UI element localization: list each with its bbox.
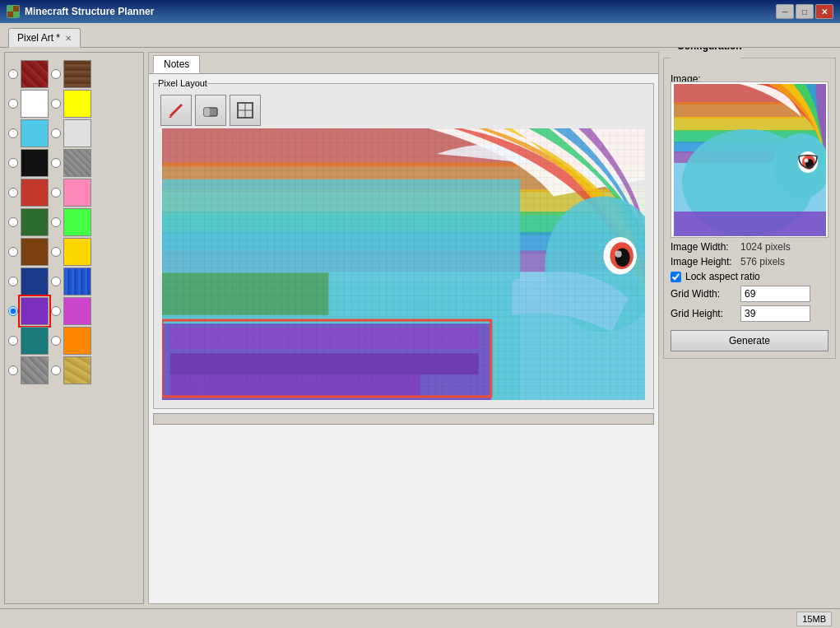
palette-row-6 xyxy=(5,207,143,237)
grid-height-row: Grid Height: xyxy=(671,305,828,322)
swatch-gold[interactable] xyxy=(63,238,91,266)
svg-rect-30 xyxy=(162,128,645,400)
palette-radio-brown-wood[interactable] xyxy=(51,69,61,79)
svg-rect-7 xyxy=(204,108,210,116)
minimize-button[interactable]: ─ xyxy=(776,4,794,19)
image-height-label: Image Height: xyxy=(671,256,736,267)
image-preview-svg xyxy=(674,84,826,236)
swatch-orange[interactable] xyxy=(63,327,91,355)
image-width-value: 1024 pixels xyxy=(740,241,791,253)
svg-rect-3 xyxy=(13,12,19,17)
horizontal-scrollbar[interactable] xyxy=(153,413,654,425)
palette-radio-stone-gray[interactable] xyxy=(51,158,61,168)
palette-radio-red[interactable] xyxy=(8,188,18,198)
grid-height-label: Grid Height: xyxy=(671,308,736,319)
swatch-black[interactable] xyxy=(21,149,49,177)
grid-width-row: Grid Width: xyxy=(671,286,828,302)
palette-radio-red-brick[interactable] xyxy=(8,69,18,79)
pencil-tool-button[interactable] xyxy=(160,95,192,126)
grid-width-label: Grid Width: xyxy=(671,288,736,300)
palette-row-10 xyxy=(5,326,143,356)
palette-row-1 xyxy=(5,59,143,89)
center-panel: Notes Pixel Layout xyxy=(148,52,659,604)
palette-row-7 xyxy=(5,237,143,267)
toolbar xyxy=(158,92,649,128)
image-height-row: Image Height: 576 pixels xyxy=(671,256,828,267)
close-button[interactable]: ✕ xyxy=(815,4,833,19)
titlebar-controls[interactable]: ─ □ ✕ xyxy=(776,4,833,19)
palette-radio-orange[interactable] xyxy=(51,336,61,346)
palette-radio-teal[interactable] xyxy=(8,336,18,346)
swatch-lime[interactable] xyxy=(63,208,91,236)
swatch-brown[interactable] xyxy=(21,238,49,266)
lock-aspect-checkbox[interactable] xyxy=(671,272,681,282)
generate-button[interactable]: Generate xyxy=(671,330,828,351)
swatch-light-blue[interactable] xyxy=(21,119,49,147)
palette-radio-brown[interactable] xyxy=(8,247,18,257)
image-preview-box xyxy=(671,81,828,238)
palette-radio-gold[interactable] xyxy=(51,247,61,257)
swatch-teal[interactable] xyxy=(21,327,49,355)
palette-radio-light-blue[interactable] xyxy=(8,128,18,138)
palette-radio-lime[interactable] xyxy=(51,217,61,227)
tab-notes[interactable]: Notes xyxy=(153,55,200,73)
tab-label: Pixel Art * xyxy=(17,32,60,44)
tab-close-icon[interactable]: ✕ xyxy=(65,34,72,43)
statusbar: 15MB xyxy=(0,608,840,628)
swatch-purple[interactable] xyxy=(21,297,49,325)
titlebar-left: Minecraft Structure Planner xyxy=(7,5,154,18)
palette-row-2 xyxy=(5,89,143,119)
restore-button[interactable]: □ xyxy=(796,4,814,19)
tab-pixel-art[interactable]: Pixel Art * ✕ xyxy=(8,28,81,48)
swatch-magenta[interactable] xyxy=(63,297,91,325)
svg-rect-2 xyxy=(7,12,13,17)
swatch-dark-blue[interactable] xyxy=(21,267,49,295)
select-tool-button[interactable] xyxy=(230,95,261,126)
palette-radio-light-gray[interactable] xyxy=(51,128,61,138)
palette-radio-blue[interactable] xyxy=(51,277,61,286)
swatch-light-gray[interactable] xyxy=(63,119,91,147)
image-width-label: Image Width: xyxy=(671,241,736,253)
palette-radio-gray-stone2[interactable] xyxy=(8,365,18,375)
window-title: Minecraft Structure Planner xyxy=(25,6,154,17)
palette-radio-yellow[interactable] xyxy=(51,99,61,109)
swatch-brown-wood[interactable] xyxy=(63,60,91,88)
swatch-pink[interactable] xyxy=(63,179,91,207)
swatch-stone-gray[interactable] xyxy=(63,149,91,177)
palette-radio-dark-green[interactable] xyxy=(8,217,18,227)
swatch-dark-green[interactable] xyxy=(21,208,49,236)
lock-aspect-row: Lock aspect ratio xyxy=(671,271,828,282)
swatch-red-brick[interactable] xyxy=(21,60,49,88)
pixel-canvas[interactable] xyxy=(162,128,645,400)
grid-height-input[interactable] xyxy=(740,305,810,322)
swatch-sand[interactable] xyxy=(63,356,91,384)
eraser-tool-button[interactable] xyxy=(195,95,226,126)
pixel-layout-legend: Pixel Layout xyxy=(158,78,207,88)
config-legend: Configuration xyxy=(675,48,745,52)
canvas-svg xyxy=(162,128,645,400)
notes-tab-bar: Notes xyxy=(149,53,658,74)
palette-radio-white[interactable] xyxy=(8,99,18,109)
main-container: Pixel Art * ✕ xyxy=(0,23,840,628)
palette-row-5 xyxy=(5,178,143,207)
swatch-red[interactable] xyxy=(21,179,49,207)
tabbar: Pixel Art * ✕ xyxy=(0,23,840,48)
palette-radio-black[interactable] xyxy=(8,158,18,168)
svg-line-4 xyxy=(170,105,182,116)
swatch-gray-stone2[interactable] xyxy=(21,356,49,384)
swatch-yellow[interactable] xyxy=(63,90,91,118)
palette-radio-sand[interactable] xyxy=(51,365,61,375)
palette-row-4 xyxy=(5,148,143,178)
palette-radio-magenta[interactable] xyxy=(51,306,61,316)
swatch-blue[interactable] xyxy=(63,267,91,295)
palette-radio-dark-blue[interactable] xyxy=(8,277,18,286)
image-width-row: Image Width: 1024 pixels xyxy=(671,241,828,253)
palette-row-8 xyxy=(5,267,143,296)
canvas-container xyxy=(162,128,645,400)
palette-radio-pink[interactable] xyxy=(51,188,61,198)
swatch-white[interactable] xyxy=(21,90,49,118)
palette-radio-purple[interactable] xyxy=(8,306,18,316)
palette-row-3 xyxy=(5,119,143,148)
svg-rect-1 xyxy=(13,6,19,12)
grid-width-input[interactable] xyxy=(740,286,810,302)
